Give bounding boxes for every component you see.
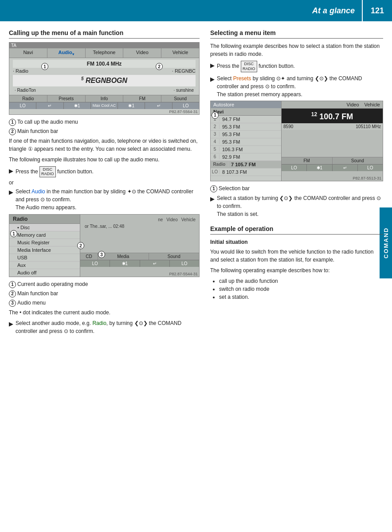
para3: The • dot indicates the current audio mo… [9, 309, 200, 317]
bar-fm: FM [123, 95, 161, 102]
screen1-container: TA Navi Audio▾ Telephone Video Vehicle F… [9, 42, 200, 115]
big-freq-display: 12 100.7 FM [282, 109, 383, 123]
bullet3-text: Select another audio mode, e.g. Radio, b… [16, 319, 200, 335]
audio-menu-left: Radio • Disc Memory card Music Register … [9, 215, 80, 277]
pr-nav-vehicle: Vehicle [362, 101, 383, 108]
bar-info: Info [86, 95, 124, 102]
audio-item-disc: • Disc [9, 224, 80, 231]
ann2-num: 2 [9, 128, 16, 135]
section2-li3: set a station. [219, 293, 383, 301]
nav-audio: Audio▾ [47, 48, 86, 58]
section2: Example of operation Initial situation Y… [210, 225, 383, 301]
audio-right-content: ne Video Vehicle or The..sar, ... 02:48 [80, 215, 199, 231]
scale-90: 90 [288, 124, 293, 129]
page-header: At a glance 121 [0, 0, 392, 21]
r-bullet1-text: Press the DISCRADIO function button. [217, 61, 295, 72]
ann-s2-1-text: Current audio operating mode [17, 281, 88, 288]
ann-s2-2-num: 2 [9, 290, 16, 297]
right-column: Selecting a menu item The following exam… [210, 29, 383, 337]
bullet-press-disc: ▶ Press the DISCRADIO function button. [9, 166, 200, 178]
ann1-text: To call up the audio menu [17, 118, 78, 126]
audio-highlight: Audio [31, 188, 45, 195]
presets-bottom-bar: FM Sound [282, 157, 383, 164]
right-para1: The following example describes how to s… [210, 42, 383, 58]
left-column: Calling up the menu of a main function T… [9, 29, 200, 337]
bar-radio: Radio [9, 95, 47, 102]
audio-right-time: or The..sar, ... 02:48 [82, 223, 197, 230]
audio-sound-label: Sound [149, 253, 200, 260]
circle-presets-1: 1 [212, 112, 219, 119]
preset-row-6: 6 92.9 FM [211, 153, 281, 161]
regnbogn-display: 5 REGNBOGN [13, 75, 196, 86]
scale-85: 85 [283, 124, 288, 129]
section2-list: call up the audio function switch on rad… [219, 277, 383, 301]
presets-annotation1: 1 Selection bar [210, 185, 383, 192]
st-lo2: LO [172, 102, 199, 109]
audio-menu-appears: The Audio menu appears. [16, 204, 76, 211]
bullet-select-audio: ▶ Select Audio in the main function bar … [9, 188, 200, 211]
preset-freq-3: 95.3 FM [220, 131, 281, 137]
preset-freq-6: 92.9 FM [220, 154, 281, 160]
station-is-set: The station is set. [217, 211, 259, 217]
circle-s2-2: 2 [77, 242, 84, 249]
page-number: 121 [362, 0, 392, 21]
screen2-ref: P82.87-5544-31 [168, 271, 199, 277]
audio-right: ne Video Vehicle or The..sar, ... 02:48 … [80, 215, 199, 277]
presets-right-nav-top: Video Vehicle [282, 101, 383, 109]
radioton-label: · RadioTon [15, 88, 36, 93]
audio-item-usb: USB [9, 254, 80, 262]
ast-lo: LO [80, 260, 110, 267]
st-star1: ✱1 [64, 102, 91, 109]
presets-screen: Autostore Navi 1 94.7 FM 2 95.3 FM [210, 101, 383, 181]
pst-lo2: LO [358, 164, 383, 171]
circle-2-overlay: 2 [156, 63, 163, 70]
preset-row-radio: Radio 7 105.7 FM [211, 161, 281, 168]
annotation-s2-2: 2 Main function bar [9, 290, 200, 297]
screen1-status-bar: LO ↵ ✱1 Max Cool AC ✱1 ↵ LO [9, 102, 199, 109]
radio-label: · Radio [13, 68, 28, 74]
presets-highlight: Presets [233, 75, 251, 82]
presets-autostore-header: Autostore [211, 101, 281, 108]
audio-item-mediaint: Media Interface [9, 246, 80, 254]
section2-li1: call up the audio function [219, 277, 383, 285]
bullet-select-radio: ▶ Select another audio mode, e.g. Radio,… [9, 319, 200, 335]
st-star2: ✱1 [118, 102, 145, 109]
ann-s2-1-num: 1 [9, 281, 16, 288]
sunshine-line: · RadioTon · sunshine [13, 87, 196, 93]
pst-arrow: ↵ [333, 164, 358, 171]
preset-num-8: LO [211, 169, 220, 174]
preset-row-1: 1 94.7 FM [211, 116, 281, 123]
ast-lo2: LO [170, 260, 199, 267]
presets-ann1-text: Selection bar [219, 185, 250, 192]
preset-num-3: 3 [211, 132, 220, 137]
sunshine-label: · sunshine [173, 88, 194, 93]
screen1-top-bar: TA [9, 43, 199, 48]
presets-bottom-bar-wrapper: FM Sound LO ✱1 ↵ LO [282, 157, 383, 171]
radio-regnbc-line: · Radio · REGNBC [13, 68, 196, 74]
circle-s2-1: 1 [10, 230, 17, 237]
right-bullet1: ▶ Press the DISCRADIO function button. [210, 61, 383, 72]
audio-item-aux: Aux [9, 262, 80, 269]
preset-num-4: 4 [211, 139, 220, 144]
screen1-bottom-bar: Radio Presets Info FM Sound [9, 95, 199, 102]
r-arrow-icon1: ▶ [210, 61, 215, 70]
r-bullet2-text: Select Presets by sliding ⊙✦ and turning… [217, 74, 383, 98]
section2-para1: You would like to switch from the vehicl… [210, 248, 383, 264]
st-lo1: LO [9, 102, 36, 109]
ann2-text: Main function bar [17, 128, 58, 135]
presets-ann1-num: 1 [210, 185, 217, 192]
left-section-heading: Calling up the menu of a main function [9, 29, 200, 39]
preset-freq-1: 94.7 FM [220, 116, 281, 122]
preset-row-5: 5 106.3 FM [211, 146, 281, 153]
section2-para2: The following operating example describe… [210, 266, 383, 274]
ann-s2-3-text: Audio menu [17, 299, 46, 307]
screen1-nav-bar: Navi Audio▾ Telephone Video Vehicle [9, 48, 199, 58]
freq-scale: 85 90 105 110 MHz [282, 123, 383, 130]
annotation-s2-1: 1 Current audio operating mode [9, 281, 200, 288]
bar-presets: Presets [47, 95, 86, 102]
audio-menu-header: Radio [9, 215, 80, 224]
screen1-content: FM 100.4 MHz · Radio · REGNBC 5 REGNBOGN… [9, 58, 199, 94]
nav-vehicle: Vehicle [161, 48, 199, 58]
presets-nav-top: Navi [211, 108, 281, 116]
preset-row-2: 2 95.3 FM [211, 123, 281, 131]
